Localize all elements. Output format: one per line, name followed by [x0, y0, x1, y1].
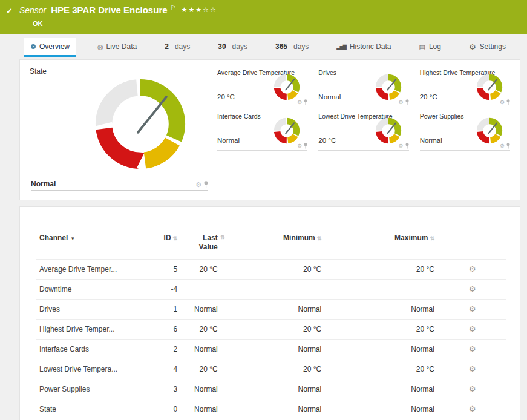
- pin-icon[interactable]: [405, 99, 409, 105]
- tab-label: days: [232, 42, 247, 51]
- tab-live-data[interactable]: ((•)) Live Data: [91, 38, 143, 57]
- channel-name[interactable]: Drives: [36, 300, 145, 320]
- tab-label-number: 365: [275, 42, 287, 51]
- tab-label: days: [175, 42, 190, 51]
- channel-minimum: 20 °C: [221, 260, 326, 280]
- tab-label-number: 30: [218, 42, 226, 51]
- mini-gauge-value: Normal: [420, 137, 442, 144]
- tab-label: Overview: [39, 42, 70, 51]
- sort-icon: ⇅: [173, 235, 178, 241]
- channel-last-value: 20 °C: [181, 320, 221, 340]
- tab-2-days[interactable]: 2 days: [158, 38, 197, 57]
- col-header-label: Maximum: [394, 234, 428, 242]
- pin-icon[interactable]: [304, 99, 307, 105]
- table-row[interactable]: Interface Cards 2 Normal Normal Normal ⚙: [36, 340, 506, 359]
- channel-minimum: Normal: [221, 340, 326, 359]
- channel-settings-icon[interactable]: ⚙: [469, 364, 476, 373]
- channel-id: 0: [145, 399, 182, 419]
- table-row[interactable]: Lowest Drive Tempera... 4 20 °C 20 °C 20…: [36, 359, 506, 379]
- tab-historic-data[interactable]: ▂▅▇ Historic Data: [330, 38, 398, 57]
- gear-icon[interactable]: ⚙: [297, 143, 302, 149]
- pin-icon[interactable]: [405, 143, 409, 149]
- col-header-label: Channel: [39, 234, 68, 242]
- pin-icon[interactable]: [506, 99, 510, 105]
- mini-gauge: [476, 74, 503, 100]
- tab-overview[interactable]: Overview: [24, 38, 76, 57]
- mini-gauge-power-supplies[interactable]: Power Supplies Normal ⚙: [420, 111, 510, 151]
- channel-name[interactable]: Highest Drive Temper...: [36, 320, 145, 340]
- col-header-id[interactable]: ID⇅: [145, 234, 182, 260]
- col-header-minimum[interactable]: Minimum⇅: [221, 234, 326, 260]
- tab-label: Historic Data: [350, 42, 391, 51]
- mini-gauge-average-drive-temperature[interactable]: Average Drive Temperature 20 °C ⚙: [217, 67, 307, 107]
- channel-id: 4: [145, 359, 182, 379]
- pin-icon[interactable]: [506, 143, 510, 149]
- channel-settings-icon[interactable]: ⚙: [469, 264, 476, 274]
- mini-gauge: [476, 117, 503, 144]
- col-header-tools: [438, 234, 506, 260]
- status-badge: OK: [33, 20, 217, 27]
- channel-maximum: 20 °C: [325, 260, 438, 280]
- col-header-label: ID: [164, 234, 171, 242]
- mini-gauge: [375, 74, 402, 100]
- tab-bar: Overview ((•)) Live Data 2 days 30 days …: [0, 38, 527, 57]
- channel-maximum: Normal: [325, 399, 438, 419]
- col-header-channel[interactable]: Channel▼: [36, 234, 145, 260]
- gear-icon[interactable]: ⚙: [500, 100, 505, 105]
- table-row[interactable]: Drives 1 Normal Normal Normal ⚙: [36, 300, 506, 320]
- state-gauge-title: State: [30, 67, 211, 76]
- channel-minimum: Normal: [221, 379, 326, 399]
- state-gauge-footer: Normal ⚙: [31, 180, 208, 191]
- gear-icon[interactable]: ⚙: [399, 143, 404, 149]
- channel-settings-icon[interactable]: ⚙: [469, 344, 476, 353]
- channel-minimum: Normal: [221, 300, 326, 320]
- channel-maximum: 20 °C: [325, 320, 438, 340]
- channel-settings-icon[interactable]: ⚙: [469, 404, 476, 413]
- mini-gauge-highest-drive-temperature[interactable]: Highest Drive Temperature 20 °C ⚙: [420, 67, 510, 107]
- channel-name[interactable]: Average Drive Temper...: [36, 260, 145, 280]
- table-header-row: Channel▼ ID⇅ Last Value⇅ Minimum⇅ Maximu…: [36, 234, 506, 260]
- col-header-last-value[interactable]: Last Value⇅: [181, 234, 221, 260]
- channel-name[interactable]: Lowest Drive Tempera...: [36, 359, 145, 379]
- channel-minimum: 20 °C: [221, 359, 326, 379]
- tab-log[interactable]: ▤ Log: [413, 38, 448, 57]
- channel-maximum: Normal: [325, 379, 438, 399]
- channel-settings-icon[interactable]: ⚙: [469, 384, 476, 393]
- channel-table: Channel▼ ID⇅ Last Value⇅ Minimum⇅ Maximu…: [36, 234, 506, 419]
- channel-settings-icon[interactable]: ⚙: [469, 304, 476, 313]
- table-row[interactable]: Power Supplies 3 Normal Normal Normal ⚙: [36, 379, 506, 399]
- channel-settings-icon[interactable]: ⚙: [469, 284, 476, 294]
- pin-icon[interactable]: [304, 143, 307, 149]
- channel-name[interactable]: Downtime: [36, 280, 145, 300]
- table-row[interactable]: Average Drive Temper... 5 20 °C 20 °C 20…: [36, 260, 506, 280]
- tab-settings[interactable]: ⚙ Settings: [462, 38, 512, 57]
- mini-gauge-interface-cards[interactable]: Interface Cards Normal ⚙: [217, 111, 307, 151]
- table-row[interactable]: State 0 Normal Normal Normal ⚙: [36, 399, 506, 419]
- channel-last-value: [181, 280, 221, 300]
- channel-name[interactable]: Power Supplies: [36, 379, 145, 399]
- table-row[interactable]: Downtime -4 ⚙: [36, 280, 506, 300]
- pin-icon[interactable]: [204, 181, 208, 188]
- gear-icon[interactable]: ⚙: [500, 143, 505, 149]
- tab-30-days[interactable]: 30 days: [211, 38, 254, 57]
- channel-settings-icon[interactable]: ⚙: [469, 324, 476, 333]
- channel-name[interactable]: Interface Cards: [36, 340, 145, 359]
- state-value: Normal: [31, 180, 56, 188]
- priority-stars[interactable]: ★★★☆☆: [182, 6, 217, 14]
- mini-gauge-drives[interactable]: Drives Normal ⚙: [318, 67, 408, 107]
- gear-icon[interactable]: ⚙: [195, 182, 201, 188]
- table-row[interactable]: Highest Drive Temper... 6 20 °C 20 °C 20…: [36, 320, 506, 340]
- tab-365-days[interactable]: 365 days: [269, 38, 315, 57]
- gear-icon[interactable]: ⚙: [297, 100, 302, 105]
- channel-last-value: Normal: [181, 379, 221, 399]
- gear-icon[interactable]: ⚙: [399, 100, 404, 105]
- col-header-label: Minimum: [283, 234, 315, 242]
- channel-minimum: [221, 280, 326, 300]
- col-header-maximum[interactable]: Maximum⇅: [325, 234, 438, 260]
- channel-name[interactable]: State: [36, 399, 145, 419]
- channel-last-value: Normal: [181, 300, 221, 320]
- mini-gauge-value: 20 °C: [318, 137, 336, 144]
- mini-gauge-lowest-drive-temperature[interactable]: Lowest Drive Temperature 20 °C ⚙: [318, 111, 408, 151]
- channel-last-value: Normal: [181, 399, 221, 419]
- flag-icon[interactable]: ⚐: [171, 4, 176, 11]
